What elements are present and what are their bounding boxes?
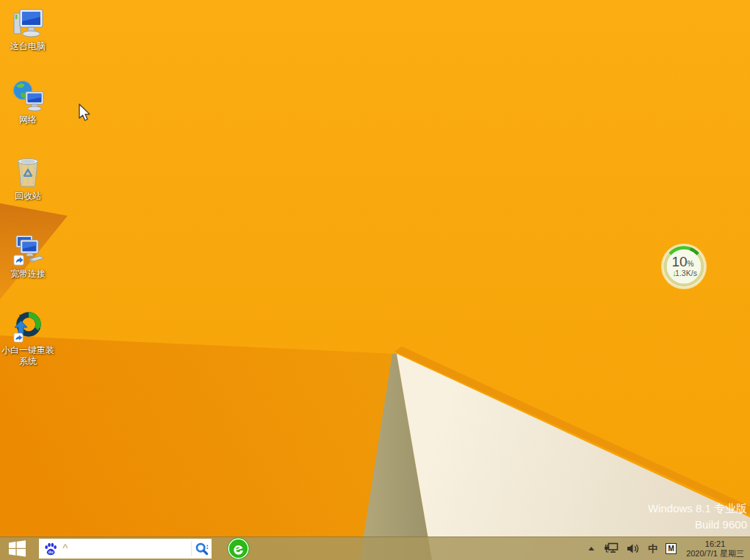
desktop-icon-label: 这台电脑 bbox=[0, 41, 56, 52]
desktop-icon-broadband[interactable]: 宽带连接 bbox=[0, 233, 56, 280]
network-icon bbox=[10, 79, 46, 114]
desktop-icon-xiaobai-reinstall[interactable]: 小白一键重装系统 bbox=[0, 309, 56, 367]
chevron-up-icon[interactable]: ^ bbox=[62, 542, 68, 553]
recycle-bin-icon bbox=[10, 155, 46, 190]
desktop-icon-label: 小白一键重装系统 bbox=[0, 345, 56, 367]
system-tray: 中 M 16:21 2020/7/1 星期三 bbox=[588, 539, 744, 559]
clock-date: 2020/7/1 星期三 bbox=[686, 549, 744, 559]
download-percent: 10 bbox=[671, 254, 687, 269]
search-icon[interactable] bbox=[194, 541, 210, 557]
desktop-icon-label: 回收站 bbox=[0, 191, 56, 202]
this-pc-icon bbox=[10, 5, 46, 40]
ime-mode-indicator[interactable]: M bbox=[666, 543, 677, 554]
windows-logo-icon bbox=[9, 540, 26, 557]
taskbar-search-box[interactable]: du ^ bbox=[39, 539, 212, 559]
download-speed: 1.3K/s bbox=[675, 269, 697, 277]
search-divider bbox=[191, 541, 192, 556]
windows-watermark: Windows 8.1 专业版 Build 9600 bbox=[648, 501, 747, 533]
taskbar: du ^ bbox=[0, 537, 750, 560]
desktop-icon-recycle-bin[interactable]: 回收站 bbox=[0, 155, 56, 202]
baidu-logo-icon: du bbox=[43, 542, 58, 556]
taskbar-clock[interactable]: 16:21 2020/7/1 星期三 bbox=[686, 539, 744, 559]
desktop-icon-label: 宽带连接 bbox=[0, 269, 56, 280]
network-speed-float-ball[interactable]: 10 % ↓ 1.3K/s bbox=[660, 243, 707, 290]
svg-text:du: du bbox=[48, 549, 54, 553]
ime-language-indicator[interactable]: 中 bbox=[648, 542, 657, 556]
start-button[interactable] bbox=[6, 540, 28, 558]
network-tray-icon[interactable] bbox=[603, 542, 619, 555]
watermark-build: Build 9600 bbox=[648, 517, 747, 533]
wallpaper bbox=[0, 0, 750, 560]
desktop: 这台电脑 网络 回收站 bbox=[0, 0, 750, 560]
search-input[interactable] bbox=[70, 541, 191, 557]
desktop-icon-label: 网络 bbox=[0, 114, 56, 126]
volume-tray-icon[interactable] bbox=[627, 543, 640, 554]
show-hidden-icons-chevron[interactable] bbox=[588, 546, 595, 551]
desktop-icon-network[interactable]: 网络 bbox=[0, 79, 56, 126]
percent-sign: % bbox=[688, 260, 694, 268]
desktop-icon-this-pc[interactable]: 这台电脑 bbox=[0, 5, 56, 52]
green-browser-icon[interactable] bbox=[227, 537, 250, 560]
clock-time: 16:21 bbox=[705, 539, 726, 549]
xiaobai-reinstall-icon bbox=[10, 309, 46, 344]
broadband-connection-icon bbox=[10, 233, 46, 268]
watermark-edition: Windows 8.1 专业版 bbox=[648, 501, 747, 517]
